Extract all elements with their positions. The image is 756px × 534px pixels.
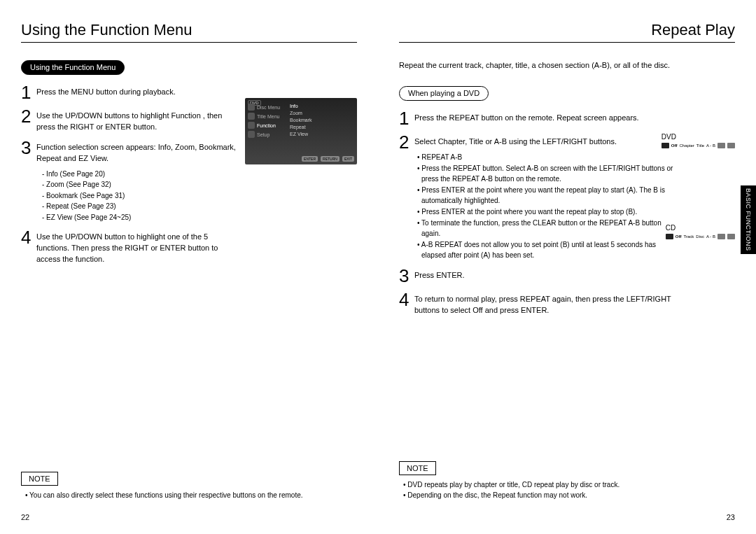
- step-number: 1: [399, 109, 414, 127]
- intro-text: Repeat the current track, chapter, title…: [399, 60, 735, 71]
- step-number: 2: [21, 107, 36, 125]
- menu-icon: [248, 122, 255, 129]
- step-1: 1 Press the REPEAT button on the remote.…: [399, 109, 679, 127]
- ab-icon: [718, 143, 725, 148]
- step-text: Use the UP/DOWN button to highlight one …: [36, 228, 238, 265]
- left-page: Using the Function Menu Using the Functi…: [0, 0, 378, 534]
- title-row-right: Repeat Play: [399, 21, 735, 43]
- step-1: 1 Press the MENU button during playback.: [21, 83, 238, 101]
- page-title-left: Using the Function Menu: [21, 21, 192, 39]
- step-3: 3 Function selection screen appears: Inf…: [21, 139, 238, 223]
- step-3: 3 Press ENTER.: [399, 267, 679, 285]
- step-text: Use the UP/DOWN buttons to highlight Fun…: [36, 107, 238, 133]
- step-sublist: Info (See Page 20) Zoom (See Page 32) Bo…: [42, 169, 238, 223]
- page-title-right: Repeat Play: [651, 21, 735, 39]
- note-label: NOTE: [21, 472, 58, 486]
- illus-btn-enter: ENTER: [302, 156, 318, 162]
- illus-right-menu: Info Zoom Bookmark Repeat EZ View: [290, 104, 312, 139]
- step-4: 4 Use the UP/DOWN button to highlight on…: [21, 228, 238, 265]
- section-pill-function-menu: Using the Function Menu: [21, 60, 125, 75]
- menu-icon: [248, 104, 255, 111]
- illus-buttons: ENTER RETURN EXIT: [302, 156, 354, 162]
- menu-icon: [248, 113, 255, 120]
- step-number: 3: [399, 267, 414, 285]
- repeat-bar-cd: CD Off Track Disc A - B: [666, 224, 735, 241]
- page-number-right: 23: [727, 513, 735, 521]
- side-tab-label: BASIC FUNCTIONS: [745, 188, 752, 251]
- enter-icon: [727, 143, 735, 148]
- repeat-icon: [662, 143, 669, 148]
- repeat-bar-dvd: DVD Off Chapter Title A - B: [662, 133, 735, 150]
- section-pill-when-playing-dvd: When playing a DVD: [399, 86, 489, 101]
- step-text: Press the MENU button during playback.: [36, 83, 176, 98]
- enter-icon: [727, 234, 735, 239]
- right-page: Repeat Play Repeat the current track, ch…: [378, 0, 756, 534]
- step-text: To return to normal play, press REPEAT a…: [414, 290, 679, 316]
- illus-btn-return: RETURN: [321, 156, 340, 162]
- step-number: 3: [21, 139, 36, 157]
- step-number: 1: [21, 83, 36, 101]
- step-number: 4: [399, 290, 414, 309]
- step-2: 2 Use the UP/DOWN buttons to highlight F…: [21, 107, 238, 133]
- step-text: Select Chapter, Title or A-B using the L…: [414, 133, 679, 261]
- step-text: Function selection screen appears: Info,…: [36, 139, 238, 223]
- onscreen-menu-illustration: DVD Disc Menu Title Menu Function Setup …: [245, 98, 357, 164]
- illus-left-menu: Disc Menu Title Menu Function Setup: [248, 104, 286, 140]
- step-2: 2 Select Chapter, Title or A-B using the…: [399, 133, 679, 261]
- step-number: 2: [399, 133, 414, 151]
- menu-icon: [248, 131, 255, 138]
- illus-btn-exit: EXIT: [342, 156, 354, 162]
- note-label: NOTE: [399, 461, 436, 475]
- repeat-icon: [666, 234, 673, 239]
- note-list: DVD repeats play by chapter or title, CD…: [399, 479, 735, 500]
- title-row-left: Using the Function Menu: [21, 21, 357, 43]
- ab-icon: [718, 234, 725, 239]
- note-area-left: NOTE You can also directly select these …: [21, 472, 357, 500]
- note-area-right: NOTE DVD repeats play by chapter or titl…: [399, 461, 735, 500]
- step-number: 4: [21, 228, 36, 246]
- note-list: You can also directly select these funct…: [21, 490, 357, 500]
- step-4: 4 To return to normal play, press REPEAT…: [399, 290, 679, 316]
- bar-label-cd: CD: [666, 224, 735, 232]
- page-number-left: 22: [21, 513, 29, 521]
- step-text: Press the REPEAT button on the remote. R…: [414, 109, 639, 124]
- step-bullets: REPEAT A-B Press the REPEAT button. Sele…: [417, 152, 679, 260]
- side-tab-basic-functions: BASIC FUNCTIONS: [741, 185, 756, 254]
- bar-label-dvd: DVD: [662, 133, 735, 141]
- step-text: Press ENTER.: [414, 267, 465, 281]
